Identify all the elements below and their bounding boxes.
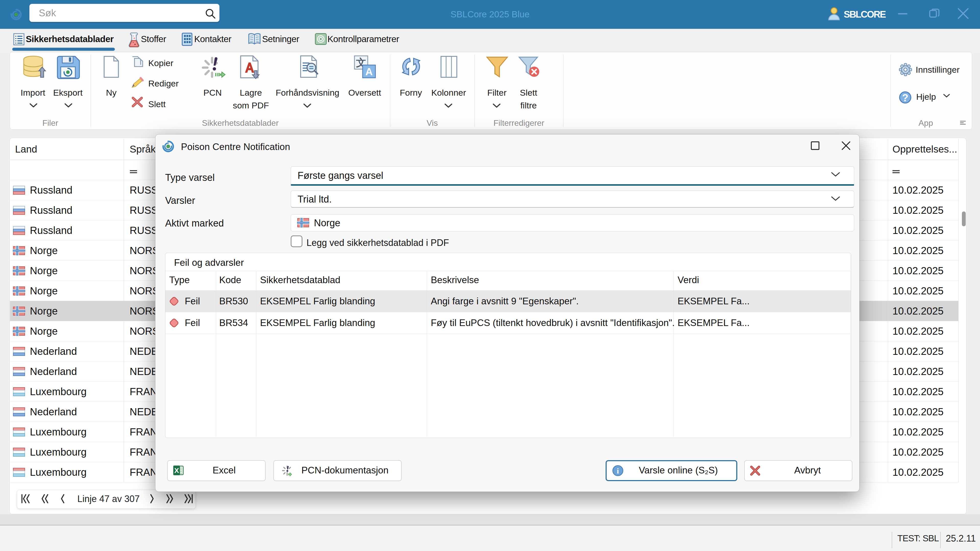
svg-text:i: i xyxy=(617,467,619,475)
svg-text:A: A xyxy=(366,66,373,77)
svg-text:X: X xyxy=(174,467,179,475)
svg-text:?: ? xyxy=(902,92,908,103)
